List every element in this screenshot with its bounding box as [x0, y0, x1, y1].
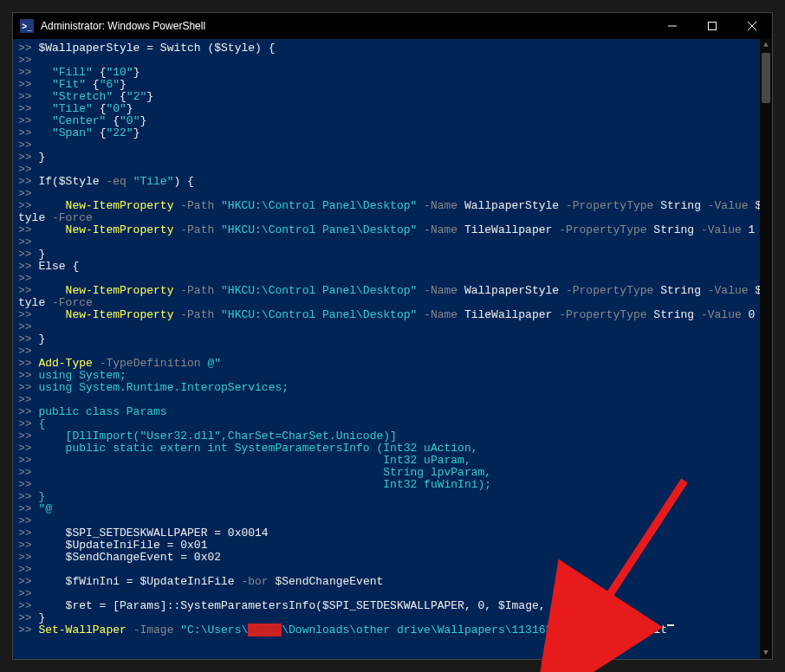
- terminal-viewport[interactable]: >> $WallpaperStyle = Switch ($Style) {>>…: [13, 39, 772, 659]
- close-icon: [748, 22, 756, 30]
- minimize-icon: [668, 22, 677, 30]
- window-title: Administrator: Windows PowerShell: [41, 20, 205, 32]
- maximize-button[interactable]: [692, 13, 732, 39]
- powershell-window: >_ Administrator: Windows PowerShell >> …: [12, 12, 773, 660]
- terminal-content: >> $WallpaperStyle = Switch ($Style) {>>…: [18, 42, 767, 636]
- maximize-icon: [708, 22, 717, 30]
- minimize-button[interactable]: [652, 13, 692, 39]
- powershell-icon: >_: [20, 19, 34, 33]
- titlebar[interactable]: >_ Administrator: Windows PowerShell: [13, 13, 772, 39]
- scrollbar[interactable]: ▲ ▼: [760, 39, 772, 659]
- close-button[interactable]: [732, 13, 772, 39]
- scroll-thumb[interactable]: [762, 53, 770, 103]
- scroll-up-button[interactable]: ▲: [760, 39, 772, 51]
- scroll-down-button[interactable]: ▼: [760, 647, 772, 659]
- svg-rect-1: [709, 23, 717, 30]
